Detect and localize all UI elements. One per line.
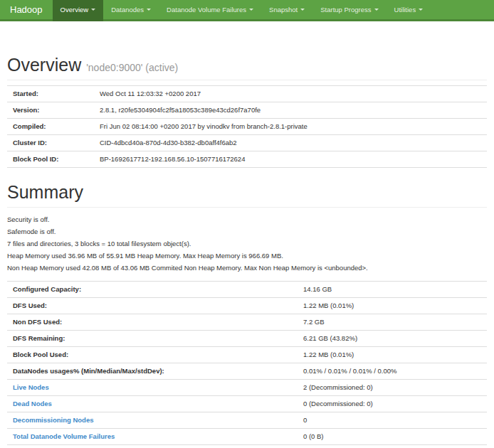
row-value: 1.22 MB (0.01%)	[298, 347, 487, 363]
namenode-subtitle: 'node0:9000' (active)	[86, 62, 178, 73]
nav-link[interactable]: Datanodes	[103, 0, 159, 19]
summary-paragraph: Security is off.	[7, 215, 487, 224]
table-row: Dead Nodes 0 (Decommissioned: 0)	[7, 396, 487, 412]
summary-table: Configured Capacity: 14.16 GB DFS Used: …	[7, 281, 487, 448]
summary-paragraph: Non Heap Memory used 42.08 MB of 43.06 M…	[7, 264, 487, 272]
row-value: 2 (Decommissioned: 0)	[298, 380, 487, 396]
nav-link[interactable]: Utilities	[387, 0, 431, 19]
row-label-link[interactable]: Total Datanode Volume Failures	[13, 432, 115, 440]
nav-item-label: Overview	[61, 0, 89, 19]
table-row: Decommissioning Nodes 0	[7, 412, 487, 429]
chevron-down-icon	[374, 9, 379, 11]
row-label: Non DFS Used:	[13, 318, 62, 326]
nav-item-datanodes: Datanodes	[103, 0, 159, 19]
chevron-down-icon	[300, 9, 305, 11]
row-label: Cluster ID:	[13, 139, 47, 146]
table-row: Started: Wed Oct 11 12:03:32 +0200 2017	[7, 86, 487, 102]
nav-link[interactable]: Datanode Volume Failures	[159, 0, 261, 19]
overview-header: Overview 'node0:9000' (active)	[7, 55, 487, 80]
table-row: DataNodes usages% (Min/Median/Max/stdDev…	[7, 363, 487, 380]
chevron-down-icon	[147, 9, 151, 11]
nav-item-label: Datanodes	[111, 0, 144, 19]
row-value: 0	[298, 445, 487, 448]
table-row: Compiled: Fri Jun 02 08:14:00 +0200 2017…	[7, 119, 487, 135]
row-label-link[interactable]: Dead Nodes	[13, 400, 52, 407]
nav-link[interactable]: Snapshot	[261, 0, 312, 19]
row-value: 1.22 MB (0.01%)	[298, 298, 487, 314]
row-value: Fri Jun 02 08:14:00 +0200 2017 by vinodk…	[94, 119, 487, 135]
table-row: Configured Capacity: 14.16 GB	[7, 282, 487, 298]
row-value: 7.2 GB	[298, 314, 487, 331]
nav-item-label: Utilities	[394, 0, 416, 19]
row-label: Started:	[13, 90, 38, 97]
summary-header: Summary	[7, 182, 487, 208]
table-row: Number of Under-Replicated Blocks 0	[7, 445, 487, 448]
chevron-down-icon	[91, 9, 95, 11]
nav-link[interactable]: Startup Progress	[312, 0, 386, 19]
row-label: DataNodes usages% (Min/Median/Max/stdDev…	[13, 367, 164, 375]
row-label-link[interactable]: Decommissioning Nodes	[13, 416, 94, 424]
row-value: CID-4dbcd40a-870d-4d30-b382-db0aff4f6ab2	[94, 135, 487, 151]
table-row: Block Pool ID: BP-1692617712-192.168.56.…	[7, 151, 487, 168]
summary-title: Summary	[7, 182, 487, 203]
row-value: 0 (0 B)	[298, 429, 487, 445]
nav-link[interactable]: Overview	[53, 0, 104, 21]
chevron-down-icon	[419, 9, 423, 11]
top-navbar: Hadoop Overview Datanodes Datanode Volum…	[0, 0, 494, 21]
row-label-link[interactable]: Live Nodes	[13, 383, 49, 391]
table-row: DFS Remaining: 6.21 GB (43.82%)	[7, 331, 487, 347]
summary-paragraph: 7 files and directories, 3 blocks = 10 t…	[7, 240, 487, 248]
nav-item-startup-progress: Startup Progress	[312, 0, 386, 19]
table-row: Live Nodes 2 (Decommissioned: 0)	[7, 380, 487, 396]
page-title: Overview 'node0:9000' (active)	[7, 55, 487, 75]
table-row: Block Pool Used: 1.22 MB (0.01%)	[7, 347, 487, 363]
nav-item-label: Startup Progress	[320, 0, 371, 19]
row-value: 0	[298, 412, 487, 429]
summary-paragraph: Heap Memory used 36.96 MB of 55.91 MB He…	[7, 252, 487, 260]
row-label: Configured Capacity:	[13, 285, 81, 293]
row-value: 0 (Decommissioned: 0)	[298, 396, 487, 412]
row-value: 2.8.1, r20fe5304904fc2f5a18053c389e43cd2…	[94, 102, 487, 119]
nav-item-snapshot: Snapshot	[261, 0, 312, 19]
summary-section: Summary Security is off. Safemode is off…	[7, 182, 487, 448]
nav-item-datanode-volume-failures: Datanode Volume Failures	[159, 0, 261, 19]
row-label: DFS Used:	[13, 302, 47, 309]
row-label: Version:	[13, 106, 40, 114]
row-value: BP-1692617712-192.168.56.10-150771617262…	[94, 151, 487, 168]
row-value: 0.01% / 0.01% / 0.01% / 0.00%	[298, 363, 487, 380]
main-content: Overview 'node0:9000' (active) Started: …	[0, 55, 494, 448]
nav-item-overview: Overview	[53, 0, 104, 19]
row-label: Compiled:	[13, 122, 46, 130]
overview-table: Started: Wed Oct 11 12:03:32 +0200 2017 …	[7, 85, 487, 168]
row-label: DFS Remaining:	[13, 334, 65, 342]
chevron-down-icon	[249, 9, 253, 11]
summary-paragraph: Safemode is off.	[7, 228, 487, 236]
table-row: Non DFS Used: 7.2 GB	[7, 314, 487, 331]
row-value: Wed Oct 11 12:03:32 +0200 2017	[94, 86, 487, 102]
table-row: Cluster ID: CID-4dbcd40a-870d-4d30-b382-…	[7, 135, 487, 151]
brand-link[interactable]: Hadoop	[0, 0, 53, 19]
table-row: DFS Used: 1.22 MB (0.01%)	[7, 298, 487, 314]
row-label: Block Pool Used:	[13, 351, 68, 358]
nav-item-label: Snapshot	[269, 0, 298, 19]
summary-text: Security is off. Safemode is off. 7 file…	[7, 215, 487, 272]
row-label: Block Pool ID:	[13, 155, 58, 163]
nav-item-label: Datanode Volume Failures	[167, 0, 246, 19]
row-value: 14.16 GB	[298, 282, 487, 298]
table-row: Total Datanode Volume Failures 0 (0 B)	[7, 429, 487, 445]
nav-item-utilities: Utilities	[387, 0, 431, 19]
row-value: 6.21 GB (43.82%)	[298, 331, 487, 347]
navbar-menu: Overview Datanodes Datanode Volume Failu…	[53, 0, 431, 19]
overview-title: Overview	[7, 55, 81, 75]
table-row: Version: 2.8.1, r20fe5304904fc2f5a18053c…	[7, 102, 487, 119]
